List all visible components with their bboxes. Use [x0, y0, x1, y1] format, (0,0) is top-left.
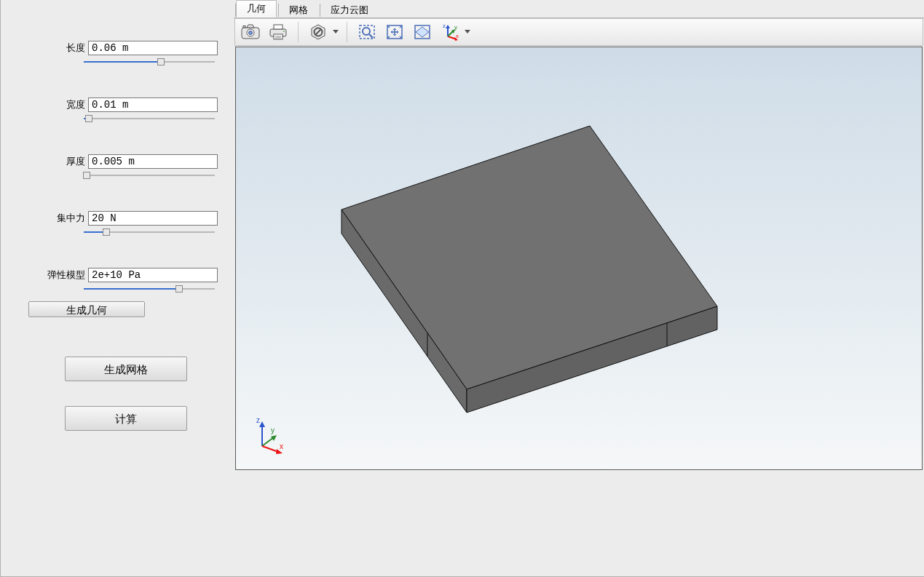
tab-stress[interactable]: 应力云图 — [320, 3, 379, 17]
snapshot-button[interactable] — [238, 20, 263, 44]
viewer-toolbar: z y x — [234, 18, 923, 46]
tab-bar: 几何 网格 应力云图 — [235, 1, 380, 17]
generate-mesh-button[interactable]: 生成网格 — [65, 357, 187, 381]
generate-geometry-button[interactable]: 生成几何 — [28, 301, 145, 317]
camera-icon — [241, 24, 260, 40]
zoom-selected-icon — [412, 23, 433, 41]
print-icon — [269, 23, 288, 41]
svg-point-14 — [363, 28, 370, 35]
svg-rect-5 — [274, 25, 283, 29]
cancel-icon — [309, 23, 328, 41]
param-thickness-label: 厚度 — [43, 155, 88, 168]
svg-text:z: z — [256, 417, 260, 424]
svg-marker-31 — [259, 421, 265, 427]
axes-triad-icon: z y x — [249, 417, 293, 456]
app-root: 长度 宽度 厚度 — [0, 0, 924, 577]
chevron-down-icon — [465, 30, 470, 34]
toolbar-separator — [298, 22, 299, 42]
zoom-box-icon — [358, 23, 376, 41]
svg-text:y: y — [454, 24, 457, 31]
param-width-slider[interactable] — [84, 114, 215, 124]
svg-line-15 — [369, 34, 373, 38]
svg-line-33 — [262, 437, 274, 446]
svg-text:x: x — [456, 33, 459, 39]
geometry-render — [236, 47, 922, 469]
svg-text:y: y — [271, 426, 275, 434]
param-thickness-input[interactable] — [88, 154, 218, 169]
param-length-input[interactable] — [88, 41, 218, 55]
param-elastic-row: 弹性模型 — [14, 268, 218, 282]
print-button[interactable] — [266, 20, 291, 44]
zoom-selected-button[interactable] — [410, 20, 435, 44]
toolbar-separator — [347, 22, 347, 42]
3d-viewport[interactable]: z y x — [235, 47, 923, 470]
svg-marker-25 — [341, 126, 717, 389]
param-length-row: 长度 — [14, 41, 218, 55]
svg-line-36 — [262, 446, 278, 452]
svg-point-9 — [283, 31, 285, 32]
param-length-label: 长度 — [43, 41, 88, 55]
svg-text:x: x — [280, 442, 283, 450]
param-elastic-slider[interactable] — [84, 284, 215, 294]
chevron-down-icon — [333, 30, 339, 34]
param-thickness-row: 厚度 — [14, 154, 218, 169]
zoom-box-button[interactable] — [355, 20, 379, 44]
param-force-input[interactable] — [88, 211, 218, 226]
param-elastic-slider-wrap — [84, 284, 218, 294]
param-force-slider-wrap — [84, 227, 218, 237]
tab-mesh[interactable]: 网格 — [279, 3, 318, 17]
zoom-extents-icon — [385, 23, 404, 41]
param-width-label: 宽度 — [43, 98, 88, 111]
param-width-row: 宽度 — [14, 98, 218, 112]
param-elastic-input[interactable] — [88, 268, 218, 282]
svg-marker-18 — [416, 27, 429, 37]
zoom-extents-button[interactable] — [382, 20, 407, 44]
param-force-label: 集中力 — [43, 212, 88, 225]
compute-button[interactable]: 计算 — [65, 406, 187, 431]
orientation-dropdown[interactable]: z y x — [438, 20, 471, 44]
param-width-input[interactable] — [88, 98, 218, 112]
param-length-slider[interactable] — [84, 57, 215, 67]
viewer-area: 几何 网格 应力云图 — [234, 0, 924, 576]
param-force-row: 集中力 — [14, 211, 218, 226]
param-force-slider[interactable] — [84, 227, 215, 237]
tab-geometry[interactable]: 几何 — [236, 0, 277, 17]
param-thickness-slider[interactable] — [84, 170, 215, 180]
orientation-axes-icon: z y x — [441, 23, 459, 41]
svg-rect-3 — [243, 26, 245, 28]
param-length-slider-wrap — [84, 57, 218, 67]
param-elastic-label: 弹性模型 — [43, 268, 88, 282]
parameter-panel: 长度 宽度 厚度 — [14, 28, 218, 431]
svg-text:z: z — [443, 23, 446, 29]
param-width-slider-wrap — [84, 114, 218, 124]
param-thickness-slider-wrap — [84, 170, 218, 180]
svg-point-2 — [249, 31, 253, 35]
cancel-dropdown[interactable] — [306, 20, 339, 44]
